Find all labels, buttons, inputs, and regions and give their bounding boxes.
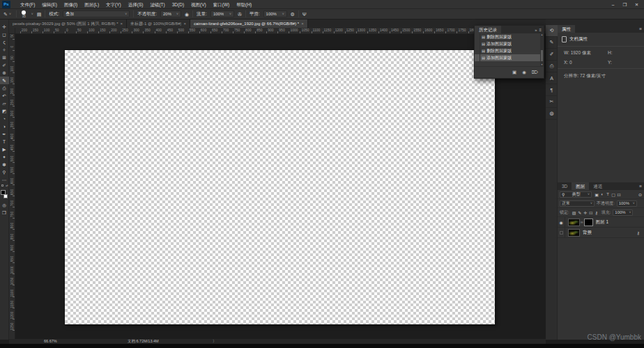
toggle-brush-settings-icon[interactable]: ▤ [37, 9, 42, 19]
scrollbar[interactable]: ▲ ▼ [540, 33, 544, 66]
eyedropper-tool[interactable]: ✐ [0, 61, 9, 69]
paint-symmetry-icon[interactable]: Ψ [302, 9, 307, 19]
layer-name[interactable]: 图层 1 [596, 219, 608, 226]
gradient-tool[interactable]: ◩ [0, 107, 9, 115]
filter-pin-icon[interactable]: ⊙ [638, 192, 642, 197]
filter-pixel-layers-icon[interactable]: ▣ [594, 192, 599, 197]
history-panel-header[interactable]: 历史记录 » ≡ [475, 26, 544, 33]
layer-mask-thumbnail[interactable] [584, 219, 593, 226]
paragraph-panel-icon[interactable]: ¶ [546, 84, 558, 96]
blur-tool[interactable]: ◔ [0, 115, 9, 122]
menu-item[interactable]: 图像(I) [61, 0, 81, 9]
document-tab[interactable]: caiman-lizard-gfeb206cee_1920.jpg @ 66.7… [190, 19, 308, 28]
mask-link-icon[interactable]: ∞ [581, 220, 583, 224]
brush-settings-panel-icon[interactable]: ✎ [546, 37, 558, 49]
document-tab[interactable]: 未标题-1 @ 100%(RGB/8#)× [127, 19, 190, 28]
dodge-tool[interactable]: ◑ [0, 122, 9, 130]
filter-shape-layers-icon[interactable]: ▢ [611, 192, 616, 197]
lock-all-icon[interactable]: ⚷ [594, 210, 599, 215]
character-panel-icon[interactable]: A [546, 72, 558, 84]
layer-opacity-select[interactable]: 100% ˅ [617, 200, 637, 207]
spot-healing-brush-tool[interactable]: ⊕ [0, 69, 9, 77]
brush-tool[interactable]: ✎ [0, 77, 9, 84]
custom-shape-tool[interactable]: ✦ [0, 153, 9, 161]
history-source-checkbox[interactable] [475, 47, 480, 54]
tool-preset-picker[interactable]: ✎ ˅ [2, 9, 13, 19]
scroll-up-icon[interactable]: ▲ [540, 33, 544, 36]
menu-item[interactable]: 视图(V) [187, 0, 210, 9]
clone-stamp-tool[interactable]: ⎙ [0, 84, 9, 92]
move-tool[interactable]: ✛ [0, 23, 9, 31]
status-popup-arrow[interactable]: 〉 [213, 339, 217, 344]
zoom-level-field[interactable]: 66.67% [44, 339, 57, 344]
brushes-panel-icon[interactable]: ✐ [546, 49, 558, 61]
history-state-row[interactable]: ▤删除图层蒙版 [475, 33, 540, 40]
layer-row[interactable]: 背景 ⚷ [558, 228, 644, 238]
document-tab[interactable]: pexels-pixabay-36029.jpg @ 50% (图层 1 拷贝,… [9, 19, 127, 28]
swap-colors-icon[interactable]: ⇄ [6, 184, 8, 187]
visibility-toggle[interactable]: ◉ [558, 217, 565, 228]
foreground-color-swatch[interactable] [1, 190, 6, 195]
zoom-tool[interactable]: ⚲ [0, 168, 9, 176]
panel-menu-icon[interactable]: ≡ [639, 25, 642, 33]
filter-smart-objects-icon[interactable]: ⊡ [616, 192, 622, 197]
menu-item[interactable]: 文字(Y) [102, 0, 125, 9]
rectangular-marquee-tool[interactable]: ◻ [0, 31, 9, 38]
layer-thumbnail[interactable] [568, 229, 580, 237]
fill-select[interactable]: 100% ˅ [613, 209, 633, 216]
lock-image-pixels-icon[interactable]: ✎ [577, 210, 583, 215]
layer-blend-mode-select[interactable]: 正常 ˅ [560, 200, 595, 207]
history-state-row[interactable]: ▤删除图层蒙版 [475, 47, 540, 54]
quick-mask-button[interactable]: ◎ [0, 201, 9, 209]
canvas[interactable] [65, 50, 495, 324]
history-source-checkbox[interactable] [475, 54, 480, 61]
tab-properties[interactable]: 属性 [558, 25, 575, 33]
pen-tool[interactable]: ✒ [0, 130, 9, 138]
menu-item[interactable]: 编辑(E) [38, 0, 61, 9]
panel-menu-icon[interactable]: ≡ [639, 182, 642, 190]
history-panel-icon[interactable]: ⟲ [546, 25, 558, 37]
layer-row[interactable]: ◉ ∞ 图层 1 [558, 217, 644, 228]
tab-history[interactable]: 历史记录 [475, 26, 501, 33]
delete-state-icon[interactable]: ⌦ [532, 70, 538, 75]
history-brush-tool[interactable]: ↶ [0, 92, 9, 100]
filter-adjustment-layers-icon[interactable]: ◐ [599, 192, 605, 197]
quick-selection-tool[interactable]: ✧ [0, 46, 9, 54]
menu-item[interactable]: 窗口(W) [210, 0, 233, 9]
panel-menu-icon[interactable]: ≡ [539, 28, 542, 32]
tab-通道[interactable]: 通道 [589, 182, 606, 190]
type-tool[interactable]: T [0, 138, 9, 145]
restore-button[interactable]: ❐ [619, 0, 631, 9]
filter-type-layers-icon[interactable]: T [605, 192, 611, 197]
flow-select[interactable]: 100% ˅ [210, 10, 234, 17]
brush-preset-picker[interactable]: 35 [20, 10, 28, 18]
hand-tool[interactable]: ✽ [0, 161, 9, 168]
pressure-opacity-icon[interactable]: ◉ [185, 9, 189, 19]
minimize-button[interactable]: – [607, 0, 619, 9]
lasso-tool[interactable]: ς [0, 38, 9, 46]
menu-item[interactable]: 图层(L) [81, 0, 102, 9]
scroll-down-icon[interactable]: ▼ [540, 63, 544, 66]
close-tab-icon[interactable]: × [301, 22, 304, 26]
lock-artboard-icon[interactable]: ⊡ [588, 210, 594, 215]
lock-position-icon[interactable]: ✛ [583, 210, 588, 215]
default-colors-icon[interactable] [1, 184, 3, 187]
clone-source-panel-icon[interactable]: ⎙ [546, 61, 558, 72]
menu-item[interactable]: 3D(D) [169, 0, 187, 9]
libraries-panel-icon[interactable]: ◍ [546, 108, 558, 120]
close-tab-icon[interactable]: × [121, 22, 123, 26]
close-button[interactable]: ✕ [631, 0, 643, 9]
crop-tool[interactable]: ⊞ [0, 54, 9, 61]
lock-transparent-pixels-icon[interactable]: ▨ [572, 210, 577, 215]
visibility-toggle[interactable] [558, 228, 565, 238]
screen-mode-button[interactable]: ❐ [0, 209, 9, 216]
layer-filter-select[interactable]: ⚲ 类型 ˅ [560, 191, 592, 198]
close-tab-icon[interactable]: × [183, 22, 186, 26]
history-source-checkbox[interactable] [475, 33, 480, 40]
menu-item[interactable]: 滤镜(T) [146, 0, 168, 9]
opacity-select[interactable]: 20% ˅ [160, 10, 181, 17]
eraser-tool[interactable]: ▱ [0, 100, 9, 107]
smoothing-options-gear-icon[interactable]: ⚙ [291, 9, 295, 19]
tool-presets-panel-icon[interactable]: ✂ [546, 96, 558, 108]
layer-thumbnail[interactable] [568, 219, 580, 226]
